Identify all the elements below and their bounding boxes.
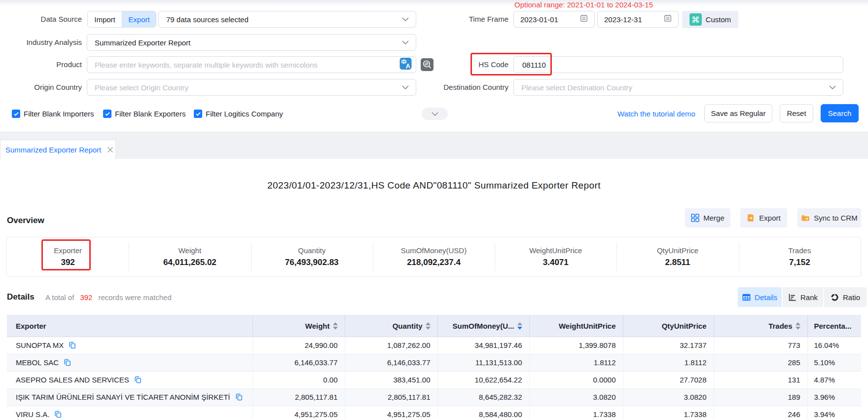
tab-summarized-exporter-report[interactable]: Summarized Exporter Report bbox=[0, 140, 116, 159]
stat-value: 7,152 bbox=[789, 258, 810, 267]
stat-value: 76,493,902.83 bbox=[285, 258, 339, 267]
origin-country-label: Origin Country bbox=[0, 79, 82, 96]
rank-icon bbox=[788, 293, 796, 302]
stat-label: WeightUnitPrice bbox=[529, 246, 582, 255]
chevron-down-icon bbox=[402, 40, 409, 44]
column-header-qtyunitprice: QtyUnitPrice bbox=[623, 315, 714, 337]
stat-value: 64,011,265.02 bbox=[163, 258, 217, 267]
destination-country-label: Destination Country bbox=[395, 79, 508, 96]
sort-icon[interactable] bbox=[333, 322, 338, 330]
column-header-exporter: Exporter bbox=[7, 315, 253, 337]
exporter-cell: VIRU S.A. bbox=[7, 406, 253, 419]
exporter-name: ASEPRO SALES AND SERVICES bbox=[16, 376, 129, 384]
column-header-weight[interactable]: Weight bbox=[253, 315, 345, 337]
view-ratio-button[interactable]: Ratio bbox=[824, 287, 867, 307]
summary-prefix: A total of bbox=[45, 293, 74, 302]
summary-count: 392 bbox=[80, 293, 92, 302]
cell-percenta: 4.87% bbox=[807, 371, 861, 388]
cell-trades: 246 bbox=[714, 406, 807, 419]
data-sources-select[interactable]: 79 data sources selected bbox=[158, 11, 416, 28]
destination-country-placeholder: Please select Destination Country bbox=[514, 83, 632, 92]
view-switcher: DetailsRankRatio bbox=[738, 287, 867, 307]
view-details-button[interactable]: Details bbox=[738, 287, 782, 307]
search-button[interactable]: Search bbox=[821, 104, 859, 122]
stat-qtyunitprice: QtyUnitPrice2.8511 bbox=[616, 237, 738, 276]
sync-to-crm-label: Sync to CRM bbox=[814, 214, 857, 222]
industry-analysis-select[interactable]: Summarized Exporter Report bbox=[87, 34, 416, 51]
save-as-regular-button[interactable]: Save as Regular bbox=[704, 104, 772, 122]
tutorial-link[interactable]: Watch the tutorial demo bbox=[617, 110, 695, 118]
details-table: ExporterWeightQuantitySumOfMoney(U...Wei… bbox=[7, 315, 861, 419]
cell-weight: 2,805,117.81 bbox=[253, 388, 345, 406]
destination-country-select[interactable]: Please select Destination Country bbox=[513, 79, 843, 96]
close-icon[interactable] bbox=[107, 147, 113, 153]
filter-panel: Optional range: 2021-01-01 to 2024-03-15… bbox=[0, 0, 868, 132]
stat-exporter: Exporter392 bbox=[7, 237, 129, 276]
start-date-input[interactable]: 2023-01-01 bbox=[513, 11, 595, 28]
view-rank-button[interactable]: Rank bbox=[783, 287, 823, 307]
calendar-icon bbox=[663, 14, 672, 25]
checkbox-filter-blank-importers[interactable]: Filter Blank Importers bbox=[12, 110, 94, 118]
data-source-label: Data Source bbox=[0, 11, 82, 28]
checkbox-filter-blank-exporters[interactable]: Filter Blank Exporters bbox=[103, 110, 185, 118]
report-title: 2023/01/01-2023/12/31,HS Code AND"081110… bbox=[0, 180, 868, 191]
column-header-sumofmoney-u[interactable]: SumOfMoney(U... bbox=[437, 315, 529, 337]
cell-qtyunitprice: 27.7028 bbox=[623, 371, 714, 388]
cell-weight: 24,990.00 bbox=[253, 337, 345, 354]
column-label: Percenta... bbox=[814, 322, 852, 330]
view-details-label: Details bbox=[755, 293, 777, 302]
chevron-down-icon bbox=[829, 85, 836, 89]
page: Optional range: 2021-01-01 to 2024-03-15… bbox=[0, 0, 868, 419]
table-row: MEBOL SAC6,146,033.776,146,033.7711,131,… bbox=[7, 354, 861, 371]
column-header-trades[interactable]: Trades bbox=[714, 315, 807, 337]
view-ratio-label: Ratio bbox=[843, 293, 860, 302]
copy-icon[interactable] bbox=[64, 359, 71, 366]
custom-label: Custom bbox=[706, 15, 731, 24]
merge-icon bbox=[691, 214, 699, 222]
sort-icon[interactable] bbox=[426, 322, 431, 330]
custom-button[interactable]: Custom bbox=[682, 11, 738, 28]
sort-icon[interactable] bbox=[517, 322, 522, 330]
reset-button[interactable]: Reset bbox=[780, 104, 813, 122]
collapse-filters-button[interactable] bbox=[422, 108, 448, 120]
export-button[interactable]: Export bbox=[740, 208, 787, 228]
copy-icon[interactable] bbox=[69, 342, 76, 349]
origin-country-select[interactable]: Please select Origin Country bbox=[87, 79, 416, 96]
hs-code-value: 081110 bbox=[514, 61, 546, 69]
product-label: Product bbox=[0, 56, 82, 73]
overview-stats: Exporter392Weight64,011,265.02Quantity76… bbox=[6, 237, 861, 277]
column-label: Exporter bbox=[16, 322, 46, 330]
checkbox-filter-logitics-company[interactable]: Filter Logitics Company bbox=[194, 110, 283, 118]
summary-suffix: records were matched bbox=[98, 293, 171, 302]
copy-icon[interactable] bbox=[235, 393, 243, 401]
cell-trades: 189 bbox=[714, 388, 807, 406]
stat-value: 3.4071 bbox=[543, 258, 569, 267]
cell-percenta: 3.96% bbox=[807, 388, 861, 406]
cell-weight: 6,146,033.77 bbox=[253, 354, 345, 371]
tab-label: Summarized Exporter Report bbox=[0, 146, 101, 154]
checkbox-label: Filter Blank Exporters bbox=[115, 110, 185, 118]
exporter-name: MEBOL SAC bbox=[16, 358, 59, 367]
import-button[interactable]: Import bbox=[88, 11, 122, 27]
cell-trades: 131 bbox=[714, 371, 807, 388]
end-date-input[interactable]: 2023-12-31 bbox=[597, 11, 679, 28]
merge-button[interactable]: Merge bbox=[685, 208, 730, 228]
copy-icon[interactable] bbox=[54, 411, 62, 418]
checkbox-checked-icon bbox=[103, 110, 111, 118]
checkbox-checked-icon bbox=[12, 110, 20, 118]
cell-sumofmoney-u: 8,645,282.32 bbox=[437, 388, 529, 406]
column-header-quantity[interactable]: Quantity bbox=[345, 315, 437, 337]
hs-code-input[interactable]: 081110 bbox=[513, 56, 843, 73]
calendar-icon bbox=[579, 14, 588, 25]
export-button[interactable]: Export bbox=[122, 11, 156, 27]
copy-icon[interactable] bbox=[134, 376, 142, 383]
sort-icon[interactable] bbox=[796, 322, 800, 330]
sync-to-crm-button[interactable]: Sync to CRM bbox=[797, 208, 861, 228]
checkbox-label: Filter Logitics Company bbox=[206, 110, 283, 118]
column-label: SumOfMoney(U... bbox=[452, 322, 514, 330]
exporter-cell: IŞIK TARIM ÜRÜNLERİ SANAYİ VE TİCARET AN… bbox=[7, 388, 253, 406]
product-input[interactable]: Please enter keywords, separate multiple… bbox=[87, 56, 416, 73]
product-placeholder: Please enter keywords, separate multiple… bbox=[87, 61, 318, 69]
cell-weight: 4,951,275.05 bbox=[253, 406, 345, 419]
import-export-segment: Import Export bbox=[87, 11, 156, 28]
